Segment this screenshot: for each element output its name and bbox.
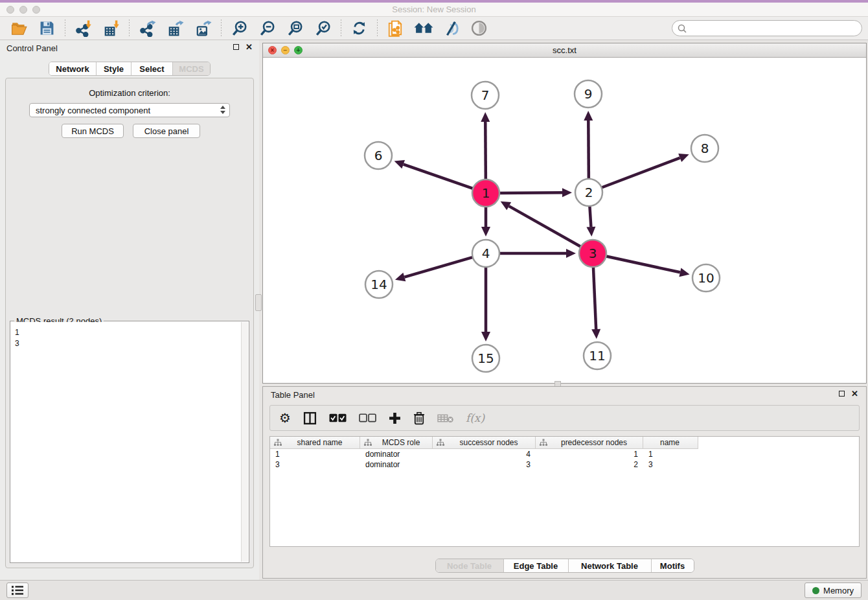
graph-edge-4-14[interactable]	[404, 257, 474, 277]
home-button[interactable]	[409, 19, 437, 38]
network-canvas[interactable]: 1234678910111415	[263, 58, 866, 383]
show-columns-button[interactable]	[303, 411, 317, 425]
export-network-icon	[139, 20, 156, 37]
graph-edge-arrowhead	[586, 227, 595, 237]
graph-edge-1-2[interactable]	[498, 192, 562, 193]
network-window-titlebar[interactable]: × − + scc.txt	[263, 43, 866, 58]
close-panel-icon[interactable]: ✕	[246, 43, 253, 51]
toolbar-separator	[341, 19, 341, 38]
network-file-button[interactable]	[382, 19, 409, 38]
task-history-button[interactable]	[6, 583, 29, 598]
table-panel: Table Panel ✕ ⚙	[262, 386, 867, 579]
select-all-button[interactable]	[329, 413, 347, 423]
graph-node-label: 8	[701, 141, 709, 156]
graph-node-label: 7	[481, 87, 490, 103]
table-row[interactable]: 1 dominator 4 1 1	[270, 449, 859, 459]
toolbar-separator	[129, 19, 130, 38]
graph-edge-arrowhead	[584, 111, 593, 121]
memory-button[interactable]: Memory	[805, 583, 862, 598]
tab-network[interactable]: Network	[49, 62, 96, 75]
column-header-name[interactable]: name	[643, 437, 698, 449]
gear-icon: ⚙	[279, 411, 291, 424]
tab-network-table[interactable]: Network Table	[568, 559, 651, 572]
open-folder-icon	[11, 20, 28, 37]
close-window-button[interactable]	[6, 6, 14, 14]
graph-edge-2-3[interactable]	[589, 205, 591, 227]
search-input[interactable]	[672, 20, 862, 36]
column-header-shared-name[interactable]: shared name	[270, 437, 360, 449]
export-network-button[interactable]	[133, 19, 161, 38]
delete-row-button[interactable]	[413, 411, 425, 425]
graph-node-label: 2	[585, 185, 593, 200]
column-header-successor-nodes[interactable]: successor nodes	[433, 437, 536, 449]
column-header-mcds-role[interactable]: MCDS role	[360, 437, 433, 449]
minimize-window-button[interactable]	[19, 6, 27, 14]
tab-node-table[interactable]: Node Table	[436, 559, 503, 572]
float-panel-icon[interactable]	[839, 391, 845, 397]
function-builder-button[interactable]: f(x)	[466, 411, 485, 424]
graph-edge-2-9[interactable]	[588, 121, 589, 180]
maximize-window-button[interactable]	[32, 6, 40, 14]
graph-edge-3-1[interactable]	[509, 206, 582, 248]
control-panel: Control Panel ✕ Network Style Select MCD…	[0, 40, 259, 580]
show-details-button[interactable]	[465, 19, 493, 38]
tab-select[interactable]: Select	[131, 62, 172, 75]
optimization-criterion-label: Optimization criterion:	[6, 88, 253, 98]
table-settings-button[interactable]: ⚙	[279, 411, 291, 424]
graph-edge-arrowhead	[679, 268, 689, 277]
delete-column-button[interactable]	[437, 413, 453, 423]
graph-edge-1-7[interactable]	[485, 122, 486, 181]
deselect-all-button[interactable]	[359, 413, 376, 423]
columns-icon	[303, 411, 317, 425]
import-table-button[interactable]	[97, 19, 125, 38]
result-scrollbar[interactable]	[241, 322, 248, 562]
tab-style[interactable]: Style	[96, 62, 131, 75]
zoom-fit-button[interactable]	[281, 19, 309, 38]
graph-edge-arrowhead	[481, 227, 490, 237]
tab-mcds[interactable]: MCDS	[172, 62, 210, 75]
network-close-button[interactable]: ×	[268, 46, 277, 54]
zoom-in-button[interactable]	[225, 19, 253, 38]
zoom-selected-button[interactable]	[309, 19, 337, 38]
graph-edge-3-11[interactable]	[593, 266, 596, 329]
network-graph[interactable]: 1234678910111415	[263, 58, 866, 383]
hide-graphics-details-button[interactable]	[437, 19, 465, 38]
graph-edge-2-8[interactable]	[600, 158, 680, 189]
refresh-icon	[351, 20, 367, 36]
add-row-button[interactable]	[389, 412, 401, 424]
zoom-out-button[interactable]	[253, 19, 281, 38]
main-area: Control Panel ✕ Network Style Select MCD…	[0, 40, 868, 580]
result-item[interactable]: 3	[15, 338, 241, 349]
graph-node-label: 1	[482, 185, 490, 201]
export-image-button[interactable]	[189, 19, 217, 38]
network-maximize-button[interactable]: +	[294, 46, 303, 54]
tab-edge-table[interactable]: Edge Table	[503, 559, 568, 572]
graph-node-label: 6	[374, 148, 383, 163]
column-header-predecessor-nodes[interactable]: predecessor nodes	[536, 437, 643, 449]
export-table-icon	[167, 20, 184, 37]
select-all-icon	[329, 413, 347, 423]
export-table-button[interactable]	[161, 19, 189, 38]
graph-edge-3-10[interactable]	[605, 256, 680, 272]
open-session-button[interactable]	[5, 19, 33, 38]
vertical-splitter-grip[interactable]	[255, 294, 262, 311]
save-session-button[interactable]	[33, 19, 61, 38]
network-minimize-button[interactable]: −	[281, 46, 290, 54]
hierarchy-icon	[274, 439, 282, 446]
table-row[interactable]: 3 dominator 3 2 3	[270, 459, 859, 470]
main-toolbar	[0, 17, 868, 40]
import-network-button[interactable]	[69, 19, 97, 38]
criterion-dropdown[interactable]: strongly connected component	[29, 103, 230, 117]
graph-edge-1-6[interactable]	[404, 165, 474, 189]
float-panel-icon[interactable]	[233, 44, 239, 50]
list-icon	[11, 585, 24, 595]
result-item[interactable]: 1	[15, 327, 241, 338]
refresh-button[interactable]	[345, 19, 373, 38]
mcds-panel: Optimization criterion: strongly connect…	[5, 78, 254, 568]
close-panel-button[interactable]: Close panel	[133, 124, 200, 138]
mcds-result-list[interactable]: 1 3	[11, 322, 241, 562]
run-mcds-button[interactable]: Run MCDS	[62, 124, 124, 138]
zoom-selected-icon	[315, 20, 332, 37]
close-panel-icon[interactable]: ✕	[851, 389, 858, 398]
tab-motifs[interactable]: Motifs	[651, 559, 694, 572]
